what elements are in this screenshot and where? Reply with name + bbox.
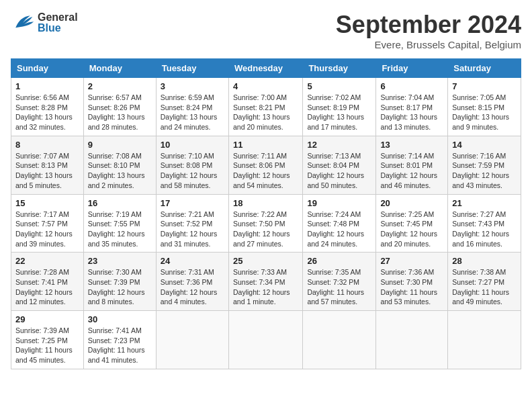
day-info: Sunrise: 7:27 AMSunset: 7:43 PMDaylight:…: [452, 210, 517, 249]
day-number: 23: [88, 256, 152, 266]
sunset: Sunset: 7:52 PM: [161, 220, 213, 228]
day-info: Sunrise: 7:24 AMSunset: 7:48 PMDaylight:…: [307, 210, 371, 249]
table-row: 30Sunrise: 7:41 AMSunset: 7:23 PMDayligh…: [83, 311, 156, 369]
sunrise: Sunrise: 7:41 AM: [88, 326, 142, 334]
logo-blue-text: Blue: [38, 23, 78, 34]
day-info: Sunrise: 7:08 AMSunset: 8:10 PMDaylight:…: [88, 151, 152, 191]
day-info: Sunrise: 6:59 AMSunset: 8:24 PMDaylight:…: [161, 93, 224, 132]
day-info: Sunrise: 6:56 AMSunset: 8:28 PMDaylight:…: [15, 93, 79, 132]
table-row: 28Sunrise: 7:38 AMSunset: 7:27 PMDayligh…: [448, 253, 521, 311]
day-info: Sunrise: 7:13 AMSunset: 8:04 PMDaylight:…: [307, 151, 371, 191]
sunset: Sunset: 8:28 PM: [15, 103, 68, 111]
col-friday: Friday: [376, 59, 448, 78]
daylight: Daylight: 12 hours and 46 minutes.: [380, 171, 437, 189]
sunset: Sunset: 7:41 PM: [15, 278, 68, 286]
sunset: Sunset: 7:32 PM: [307, 278, 359, 286]
sunrise: Sunrise: 7:33 AM: [233, 268, 287, 276]
day-number: 12: [307, 140, 371, 150]
calendar-week-row: 29Sunrise: 7:39 AMSunset: 7:25 PMDayligh…: [11, 311, 521, 369]
sunset: Sunset: 7:59 PM: [452, 161, 504, 169]
day-number: 30: [88, 314, 152, 324]
daylight: Daylight: 11 hours and 45 minutes.: [15, 346, 73, 364]
table-row: [303, 311, 376, 369]
table-row: 25Sunrise: 7:33 AMSunset: 7:34 PMDayligh…: [228, 253, 302, 311]
sunset: Sunset: 8:21 PM: [233, 103, 285, 111]
sunrise: Sunrise: 7:22 AM: [233, 210, 287, 218]
daylight: Daylight: 12 hours and 8 minutes.: [88, 288, 145, 306]
sunrise: Sunrise: 7:13 AM: [307, 152, 361, 160]
day-number: 21: [452, 198, 517, 208]
day-number: 8: [15, 140, 79, 150]
table-row: 26Sunrise: 7:35 AMSunset: 7:32 PMDayligh…: [303, 253, 376, 311]
table-row: 27Sunrise: 7:36 AMSunset: 7:30 PMDayligh…: [376, 253, 448, 311]
sunset: Sunset: 7:48 PM: [307, 220, 359, 228]
sunset: Sunset: 7:39 PM: [88, 278, 140, 286]
table-row: 4Sunrise: 7:00 AMSunset: 8:21 PMDaylight…: [228, 78, 302, 136]
day-number: 2: [88, 81, 152, 91]
main-title: September 2024: [336, 11, 521, 39]
sunrise: Sunrise: 7:38 AM: [452, 268, 506, 276]
day-number: 16: [88, 198, 152, 208]
day-number: 22: [15, 256, 79, 266]
table-row: 24Sunrise: 7:31 AMSunset: 7:36 PMDayligh…: [156, 253, 228, 311]
daylight: Daylight: 12 hours and 27 minutes.: [233, 230, 290, 248]
sunrise: Sunrise: 7:36 AM: [380, 268, 434, 276]
title-area: September 2024 Evere, Brussels Capital, …: [336, 11, 521, 50]
day-info: Sunrise: 7:41 AMSunset: 7:23 PMDaylight:…: [88, 326, 152, 365]
table-row: 6Sunrise: 7:04 AMSunset: 8:17 PMDaylight…: [376, 78, 448, 136]
daylight: Daylight: 11 hours and 57 minutes.: [307, 288, 364, 306]
day-info: Sunrise: 7:02 AMSunset: 8:19 PMDaylight:…: [307, 93, 371, 132]
sunrise: Sunrise: 7:08 AM: [88, 152, 142, 160]
calendar-week-row: 15Sunrise: 7:17 AMSunset: 7:57 PMDayligh…: [11, 194, 521, 253]
sunrise: Sunrise: 6:56 AM: [15, 93, 69, 101]
daylight: Daylight: 12 hours and 20 minutes.: [380, 230, 437, 248]
table-row: 12Sunrise: 7:13 AMSunset: 8:04 PMDayligh…: [303, 136, 376, 194]
sunrise: Sunrise: 7:16 AM: [452, 152, 506, 160]
sunset: Sunset: 7:27 PM: [452, 278, 504, 286]
day-number: 6: [380, 81, 443, 91]
col-thursday: Thursday: [303, 59, 376, 78]
day-number: 5: [307, 81, 371, 91]
calendar: Sunday Monday Tuesday Wednesday Thursday…: [11, 58, 521, 369]
sunrise: Sunrise: 7:05 AM: [452, 93, 506, 101]
sunrise: Sunrise: 7:35 AM: [307, 268, 361, 276]
col-tuesday: Tuesday: [156, 59, 228, 78]
table-row: 2Sunrise: 6:57 AMSunset: 8:26 PMDaylight…: [83, 78, 156, 136]
table-row: 20Sunrise: 7:25 AMSunset: 7:45 PMDayligh…: [376, 194, 448, 253]
day-info: Sunrise: 7:30 AMSunset: 7:39 PMDaylight:…: [88, 267, 152, 307]
sunset: Sunset: 8:01 PM: [380, 161, 433, 169]
daylight: Daylight: 12 hours and 1 minute.: [233, 288, 290, 306]
day-number: 28: [452, 256, 517, 266]
sunset: Sunset: 8:04 PM: [307, 161, 359, 169]
daylight: Daylight: 13 hours and 20 minutes.: [233, 113, 290, 131]
day-info: Sunrise: 7:25 AMSunset: 7:45 PMDaylight:…: [380, 210, 443, 249]
sunrise: Sunrise: 7:30 AM: [88, 268, 142, 276]
sunset: Sunset: 7:36 PM: [161, 278, 213, 286]
day-number: 18: [233, 198, 298, 208]
sunset: Sunset: 7:57 PM: [15, 220, 68, 228]
sunset: Sunset: 7:23 PM: [88, 336, 140, 345]
daylight: Daylight: 12 hours and 16 minutes.: [452, 230, 509, 248]
table-row: 3Sunrise: 6:59 AMSunset: 8:24 PMDaylight…: [156, 78, 228, 136]
sunset: Sunset: 7:34 PM: [233, 278, 285, 286]
logo-icon: [11, 11, 35, 35]
day-number: 27: [380, 256, 443, 266]
daylight: Daylight: 13 hours and 9 minutes.: [452, 113, 509, 131]
col-monday: Monday: [83, 59, 156, 78]
sunset: Sunset: 8:13 PM: [15, 161, 68, 169]
daylight: Daylight: 12 hours and 35 minutes.: [88, 230, 145, 248]
logo-general-text: General: [38, 12, 78, 23]
table-row: 11Sunrise: 7:11 AMSunset: 8:06 PMDayligh…: [228, 136, 302, 194]
table-row: [228, 311, 302, 369]
day-info: Sunrise: 6:57 AMSunset: 8:26 PMDaylight:…: [88, 93, 152, 132]
table-row: 16Sunrise: 7:19 AMSunset: 7:55 PMDayligh…: [83, 194, 156, 253]
daylight: Daylight: 12 hours and 31 minutes.: [161, 230, 218, 248]
sunrise: Sunrise: 7:19 AM: [88, 210, 142, 218]
sunrise: Sunrise: 7:27 AM: [452, 210, 506, 218]
sunrise: Sunrise: 7:17 AM: [15, 210, 69, 218]
day-number: 7: [452, 81, 517, 91]
day-info: Sunrise: 7:14 AMSunset: 8:01 PMDaylight:…: [380, 151, 443, 191]
day-info: Sunrise: 7:04 AMSunset: 8:17 PMDaylight:…: [380, 93, 443, 132]
day-info: Sunrise: 7:28 AMSunset: 7:41 PMDaylight:…: [15, 267, 79, 307]
daylight: Daylight: 13 hours and 32 minutes.: [15, 113, 73, 131]
